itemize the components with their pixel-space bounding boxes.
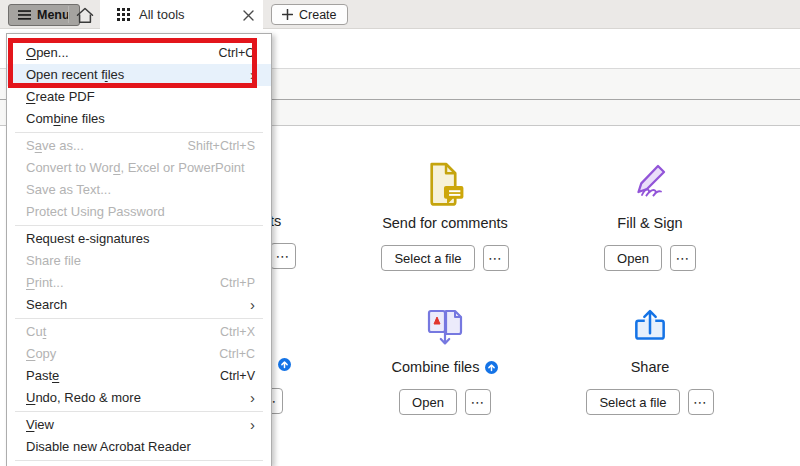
card-title: Send for comments bbox=[382, 215, 508, 231]
premium-badge-icon bbox=[278, 358, 291, 371]
menu-item-label: Protect Using Password bbox=[26, 201, 165, 223]
menu-item-shortcut: Ctrl+C bbox=[219, 343, 255, 365]
menu-item-convert-to-word-excel-or-powerpoint[interactable]: Convert to Word, Excel or PowerPoint bbox=[7, 157, 271, 179]
hidden-card-more-button[interactable]: ⋯ bbox=[270, 243, 296, 269]
menu-item-share-file[interactable]: Share file bbox=[7, 250, 271, 272]
tab-label: All tools bbox=[139, 7, 185, 22]
submenu-arrow-icon: › bbox=[250, 414, 255, 436]
menu-item-label: Disable new Acrobat Reader bbox=[26, 436, 191, 458]
menu-item-label: Undo, Redo & more bbox=[26, 387, 141, 409]
menu-item-label: View bbox=[26, 414, 54, 436]
menu-item-label: Open recent files bbox=[26, 64, 124, 86]
card-send-for-comments: Send for comments Select a file ⋯ bbox=[335, 162, 555, 271]
menu-item-paste[interactable]: PasteCtrl+V bbox=[7, 365, 271, 387]
menu-item-search[interactable]: Search› bbox=[7, 294, 271, 316]
submenu-arrow-icon: › bbox=[250, 64, 255, 86]
open-button[interactable]: Open bbox=[604, 245, 662, 271]
menu-item-disable-new-acrobat-reader[interactable]: Disable new Acrobat Reader bbox=[7, 436, 271, 458]
menu-item-shortcut: Ctrl+P bbox=[220, 272, 255, 294]
topbar-divider bbox=[68, 6, 69, 23]
top-bar: Menu All tools Create bbox=[0, 0, 800, 29]
menu-item-label: Combine files bbox=[26, 108, 105, 130]
share-icon bbox=[629, 307, 671, 349]
menu-item-create-pdf[interactable]: Create PDF bbox=[7, 86, 271, 108]
menu-item-label: Paste bbox=[26, 365, 59, 387]
home-icon bbox=[76, 7, 94, 24]
menu-item-label: Copy bbox=[26, 343, 56, 365]
card-share: Share Select a file ⋯ bbox=[540, 306, 760, 415]
premium-badge-icon bbox=[485, 361, 498, 374]
menu-item-view[interactable]: View› bbox=[7, 414, 271, 436]
menu-item-undo-redo-more[interactable]: Undo, Redo & more› bbox=[7, 387, 271, 409]
more-options-button[interactable]: ⋯ bbox=[483, 245, 509, 271]
pen-icon bbox=[628, 162, 672, 206]
menu-item-shortcut: Ctrl+V bbox=[220, 365, 255, 387]
card-fill-sign: Fill & Sign Open ⋯ bbox=[540, 162, 760, 271]
more-options-button[interactable]: ⋯ bbox=[465, 389, 491, 415]
menu-item-print[interactable]: Print...Ctrl+P bbox=[7, 272, 271, 294]
menu-item-label: Search bbox=[26, 294, 67, 316]
combine-files-icon bbox=[422, 306, 468, 350]
menu-item-label: Share file bbox=[26, 250, 81, 272]
menu-item-combine-files[interactable]: Combine files bbox=[7, 108, 271, 130]
menu-item-shortcut: Ctrl+O bbox=[219, 42, 255, 64]
menu-button-label: Menu bbox=[37, 8, 70, 22]
menu-item-label: Open... bbox=[26, 42, 69, 64]
card-combine-files: Combine files Open ⋯ bbox=[335, 306, 555, 415]
menu-item-label: Create PDF bbox=[26, 86, 95, 108]
menu-item-shortcut: Ctrl+X bbox=[220, 321, 255, 343]
menu-item-label: Convert to Word, Excel or PowerPoint bbox=[26, 157, 245, 179]
menu-item-save-as-text[interactable]: Save as Text... bbox=[7, 179, 271, 201]
create-button[interactable]: Create bbox=[271, 4, 348, 25]
card-title: Share bbox=[631, 359, 670, 375]
select-a-file-button[interactable]: Select a file bbox=[381, 245, 474, 271]
create-button-label: Create bbox=[299, 8, 337, 22]
tab-close-button[interactable] bbox=[241, 8, 255, 22]
menu-item-label: Cut bbox=[26, 321, 46, 343]
menu-item-cut[interactable]: CutCtrl+X bbox=[7, 321, 271, 343]
tab-all-tools[interactable]: All tools bbox=[100, 0, 263, 29]
menu-item-copy[interactable]: CopyCtrl+C bbox=[7, 343, 271, 365]
hamburger-icon bbox=[18, 10, 31, 20]
home-button[interactable] bbox=[73, 3, 97, 27]
menu-separator bbox=[15, 460, 263, 461]
more-options-button[interactable]: ⋯ bbox=[688, 389, 714, 415]
more-options-button[interactable]: ⋯ bbox=[670, 245, 696, 271]
all-tools-grid-icon bbox=[117, 8, 130, 21]
submenu-arrow-icon: › bbox=[250, 387, 255, 409]
menu-item-label: Print... bbox=[26, 272, 64, 294]
close-icon bbox=[243, 10, 254, 21]
menu-separator bbox=[15, 318, 263, 319]
menu-separator bbox=[15, 225, 263, 226]
menu-separator bbox=[15, 411, 263, 412]
card-title: Combine files bbox=[392, 359, 480, 375]
main-menu-dropdown: Open...Ctrl+OOpen recent files›Create PD… bbox=[6, 33, 272, 466]
menu-item-label: Save as... bbox=[26, 135, 84, 157]
select-a-file-button[interactable]: Select a file bbox=[586, 389, 679, 415]
menu-item-protect-using-password[interactable]: Protect Using Password bbox=[7, 201, 271, 223]
comment-document-icon bbox=[424, 162, 466, 207]
menu-item-label: Save as Text... bbox=[26, 179, 111, 201]
menu-item-label: Request e-signatures bbox=[26, 228, 150, 250]
menu-item-request-e-signatures[interactable]: Request e-signatures bbox=[7, 228, 271, 250]
plus-icon bbox=[282, 9, 293, 20]
menu-item-shortcut: Shift+Ctrl+S bbox=[188, 135, 255, 157]
card-title: Fill & Sign bbox=[617, 215, 682, 231]
menu-item-open-recent-files[interactable]: Open recent files› bbox=[7, 64, 271, 86]
menu-item-open[interactable]: Open...Ctrl+O bbox=[7, 42, 271, 64]
open-button[interactable]: Open bbox=[399, 389, 457, 415]
menu-separator bbox=[15, 132, 263, 133]
submenu-arrow-icon: › bbox=[250, 294, 255, 316]
menu-item-save-as[interactable]: Save as...Shift+Ctrl+S bbox=[7, 135, 271, 157]
